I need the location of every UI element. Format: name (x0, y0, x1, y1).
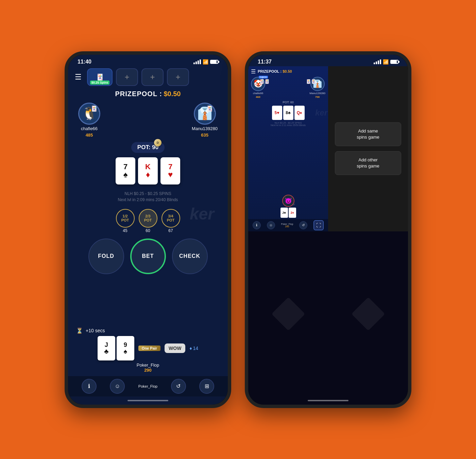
p2-emoji-btn[interactable]: ☺ (267, 221, 275, 229)
community-cards-1: 7 ♠ K ♦ 7 ♥ ker (116, 157, 180, 184)
status-bar-1: 11:40 📶 (68, 55, 228, 66)
battery-icon-1 (210, 60, 218, 64)
home-indicator-2 (248, 396, 408, 405)
p2-player1-name: chafie66 (253, 92, 263, 95)
tab-add-1[interactable]: + (116, 68, 138, 86)
prize-pool-1: PRIZEPOOL : $0.50 (68, 88, 228, 100)
diamond-count-value: 14 (193, 346, 199, 351)
status-icons-2: 📶 (374, 59, 398, 65)
players-row-1: 🐧 🃏🃏 chafie66 485 D 👔 🃏🃏 Manu139280 (68, 100, 228, 140)
p2-game-nav: ℹ ☺ Poker_Flop 280 ↺ ⛶ (248, 219, 328, 231)
bet-size-threequarters-amount: 67 (168, 228, 173, 233)
prize-pool-amount-1: $0.50 (164, 90, 181, 98)
player-hand-area: J ♣ 9 ♠ One Pair WOW ♦ 14 (73, 336, 223, 360)
player-2-name: Manu139280 (192, 126, 218, 131)
bet-size-three-quarters-pot[interactable]: 3/4 POT 67 (162, 209, 180, 233)
active-tab-1[interactable]: 🃏 $0.25 Spins (87, 68, 113, 86)
tab-add-3[interactable]: + (167, 68, 189, 86)
signal-icon-2 (374, 59, 381, 64)
bet-size-twothirds-amount: 60 (146, 228, 150, 233)
status-icons-1: 📶 (193, 59, 218, 65)
p2-players-row: 🤡 CHECK 🃏🃏 chafie66 460 👔 🃏🃏 (248, 75, 328, 100)
p2-hand-card-1: J♣ (280, 208, 288, 218)
p2-player2-chips: 700 (315, 95, 320, 99)
community-card-3: 7 ♥ (160, 157, 180, 184)
tab-add-2[interactable]: + (141, 68, 164, 86)
timer-area: ⏳ +10 secs (73, 328, 223, 334)
bet-button[interactable]: BET (130, 239, 166, 274)
game-info-line1: NLH $0.25 - $0.25 SPINS (118, 191, 178, 197)
p2-bottom-avatar: 😈 17 (282, 195, 294, 207)
refresh-button-1[interactable]: ↺ (171, 379, 186, 394)
tab-card-icon: 🃏 (96, 73, 104, 81)
emoji-button-1[interactable]: ☺ (110, 379, 125, 394)
p2-menu-icon[interactable]: ☰ (251, 68, 256, 75)
bet-size-half-pot[interactable]: 1/2 POT 45 (116, 209, 135, 233)
bet-sizing-1: 1/2 POT 45 2/3 POT 60 3/ (116, 209, 180, 233)
bottom-player-chips: 290 (73, 368, 223, 373)
player-2-avatar: 👔 🃏🃏 (194, 103, 216, 125)
phones-container: 11:40 📶 ☰ 🃏 $0.25 Spins (65, 51, 411, 408)
p2-player-center: Poker_Flop 280 (281, 223, 293, 228)
action-buttons-1: FOLD BET CHECK (88, 239, 208, 274)
grid-button-1[interactable]: ⊞ (199, 379, 214, 394)
phone2-side-panel: Add samespins game Add otherspins game (328, 66, 408, 231)
time-1: 11:40 (78, 59, 91, 65)
home-bar-2 (308, 400, 348, 401)
prize-pool-label-1: PRIZEPOOL : (115, 90, 162, 98)
bottom-player-info: Poker_Flop 290 (73, 363, 223, 373)
phone2-bottom-right (328, 231, 408, 396)
add-other-spins-button[interactable]: Add otherspins game (335, 151, 401, 175)
player-2-right: 👔 🃏🃏 Manu139280 635 (192, 103, 218, 138)
wifi-icon-2: 📶 (383, 59, 389, 65)
p2-avatar-2: 👔 🃏🃏 (310, 77, 325, 91)
hand-cards: J ♣ 9 ♠ (98, 336, 134, 360)
player-1-avatar: 🐧 🃏🃏 (78, 103, 100, 125)
timer-text: +10 secs (86, 328, 105, 333)
table-area-1: 🐧 🃏🃏 chafie66 485 D 👔 🃏🃏 Manu139280 (68, 100, 228, 328)
bet-size-two-thirds-pot[interactable]: 2/3 POT 60 (139, 209, 157, 233)
game-info-1: NLH $0.25 - $0.25 SPINS Next lvl in 2:09… (118, 191, 178, 203)
info-button-1[interactable]: ℹ (82, 379, 97, 394)
player-2-chips: 635 (201, 133, 208, 138)
p2-card-3: Q♦ (294, 106, 305, 120)
p2-avatar-1: 🤡 CHECK 🃏🃏 (251, 77, 265, 91)
diamond-watermark-right (351, 297, 385, 331)
home-indicator-1 (68, 396, 228, 405)
p2-player-2: 👔 🃏🃏 Manu139280 700 (309, 77, 325, 99)
p2-player1-cards: 🃏🃏 (259, 79, 270, 84)
phone2-bottom-left (248, 231, 328, 396)
p2-bottom-player-area: 😈 17 J♣ 2♦ (248, 193, 328, 219)
phone-1-inner: 11:40 📶 ☰ 🃏 $0.25 Spins (68, 55, 228, 405)
p2-expand-btn[interactable]: ⛶ (313, 220, 324, 230)
p2-info-btn[interactable]: ℹ (253, 221, 261, 229)
p2-refresh-btn[interactable]: ↺ (299, 221, 307, 229)
add-same-spins-button[interactable]: Add samespins game (335, 122, 401, 146)
game-info-line2: Next lvl in 2:09 mins 20/40 Blinds (118, 197, 178, 203)
hand-card-1: J ♣ (98, 336, 115, 360)
fold-button[interactable]: FOLD (88, 239, 124, 274)
tab-label-1: $0.25 Spins (90, 81, 110, 85)
bottom-nav-1: ℹ ☺ Poker_Flop ↺ ⊞ (68, 376, 228, 396)
p2-pot: POT: 60 (248, 100, 328, 105)
community-card-1: 7 ♠ (116, 157, 135, 184)
check-button[interactable]: CHECK (172, 239, 208, 274)
home-bar-1 (128, 400, 168, 401)
bottom-section-1: ⏳ +10 secs J ♣ 9 ♠ (68, 328, 228, 376)
player-1-chips: 485 (86, 133, 93, 138)
diamond-icon: ♦ (189, 346, 192, 351)
check-badge: CHECK (259, 76, 268, 78)
p2-header: ☰ PRIZEPOOL : $0.50 (248, 66, 328, 75)
hand-card-2: 9 ♠ (117, 336, 134, 360)
p2-prize-amount: $0.50 (283, 69, 292, 73)
diamond-count: ♦ 14 (189, 346, 198, 351)
hamburger-menu-icon[interactable]: ☰ (73, 71, 84, 84)
phone2-game-view: ☰ PRIZEPOOL : $0.50 🤡 CHECK 🃏🃏 (248, 66, 328, 231)
p2-prize-label: PRIZEPOOL : $0.50 (258, 69, 292, 73)
time-2: 11:37 (258, 59, 272, 65)
p2-player2-name: Manu139280 (309, 92, 325, 95)
bottom-player-name: Poker_Flop (73, 363, 223, 368)
wow-button[interactable]: WOW (165, 343, 185, 353)
p2-chip-badge: 17 (293, 204, 295, 206)
p2-game-info: NLH $0.25 - $0.25 SPINS Next lvl in 2:11… (248, 121, 328, 127)
